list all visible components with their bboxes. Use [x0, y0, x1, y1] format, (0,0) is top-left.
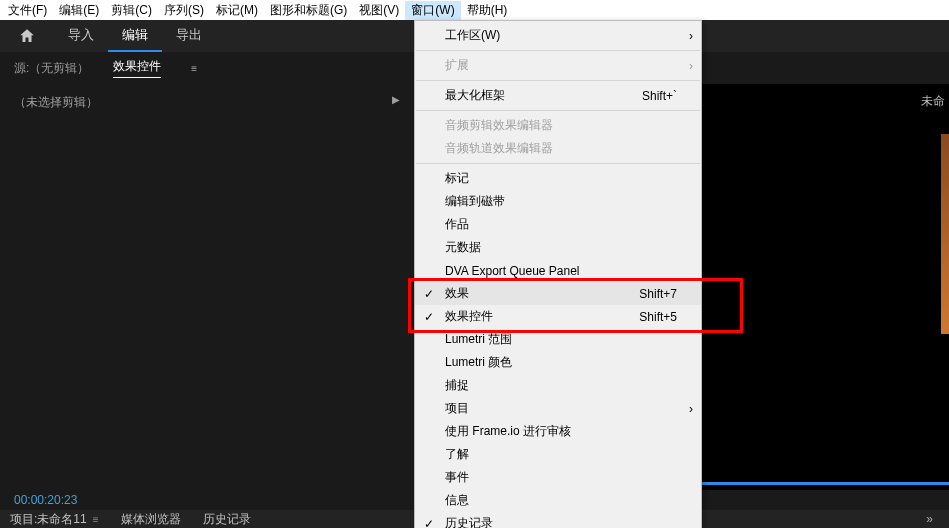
no-clip-label: （未选择剪辑） [14, 95, 98, 109]
tab-import[interactable]: 导入 [54, 20, 108, 52]
menu-view[interactable]: 视图(V) [353, 1, 405, 20]
menu-item-maxframe[interactable]: 最大化框架Shift+` [415, 84, 701, 107]
menu-edit[interactable]: 编辑(E) [53, 1, 105, 20]
menu-item-effectcontrols[interactable]: ✓ 效果控件Shift+5 [415, 305, 701, 328]
menu-help[interactable]: 帮助(H) [461, 1, 514, 20]
bottom-tab-browser[interactable]: 媒体浏览器 [121, 511, 181, 528]
menu-file[interactable]: 文件(F) [2, 1, 53, 20]
menu-item-history[interactable]: ✓ 历史记录 [415, 512, 701, 528]
menu-item-lumetricolor[interactable]: Lumetri 颜色 [415, 351, 701, 374]
menu-item-edittotape[interactable]: 编辑到磁带 [415, 190, 701, 213]
panel-tab-source[interactable]: 源:（无剪辑） [14, 60, 89, 77]
menu-item-lumetriscope[interactable]: Lumetri 范围 [415, 328, 701, 351]
preview-strip [941, 134, 949, 334]
panel-tab-effectcontrols[interactable]: 效果控件 [113, 58, 161, 78]
menu-item-events[interactable]: 事件 [415, 466, 701, 489]
window-menu-dropdown: 工作区(W)› 扩展› 最大化框架Shift+` 音频剪辑效果编辑器 音频轨道效… [414, 20, 702, 528]
home-icon[interactable] [10, 20, 44, 52]
shortcut-label: Shift+7 [639, 287, 693, 301]
menu-item-info[interactable]: 信息 [415, 489, 701, 512]
menu-item-metadata[interactable]: 元数据 [415, 236, 701, 259]
menu-item-project[interactable]: 项目› [415, 397, 701, 420]
menu-item-marker[interactable]: 标记 [415, 167, 701, 190]
timecode[interactable]: 00:00:20:23 [14, 493, 77, 507]
menu-item-audiotrackfx: 音频轨道效果编辑器 [415, 137, 701, 160]
panel-menu-icon[interactable]: ≡ [191, 63, 197, 74]
chevron-right-icon: › [689, 29, 693, 43]
menu-separator [416, 110, 700, 111]
check-icon: ✓ [424, 517, 434, 529]
menu-sequence[interactable]: 序列(S) [158, 1, 210, 20]
menu-item-work[interactable]: 作品 [415, 213, 701, 236]
menu-separator [416, 50, 700, 51]
chevron-right-icon: › [689, 59, 693, 73]
hamburger-icon[interactable]: ≡ [93, 514, 99, 525]
menu-item-effects[interactable]: ✓ 效果Shift+7 [415, 282, 701, 305]
menu-item-workspace[interactable]: 工作区(W)› [415, 24, 701, 47]
chevron-right-icon: › [689, 402, 693, 416]
more-icon[interactable]: » [926, 512, 933, 526]
effect-controls-panel: （未选择剪辑） ▶ [0, 84, 414, 490]
workspace-tabs: 导入 编辑 导出 [54, 20, 216, 52]
menu-item-audioclipfx: 音频剪辑效果编辑器 [415, 114, 701, 137]
tab-edit[interactable]: 编辑 [108, 20, 162, 52]
collapse-icon[interactable]: ▶ [392, 94, 400, 105]
program-title: 未命 [921, 93, 945, 110]
menubar: 文件(F) 编辑(E) 剪辑(C) 序列(S) 标记(M) 图形和标题(G) 视… [0, 0, 949, 20]
check-icon: ✓ [424, 287, 434, 301]
menu-clip[interactable]: 剪辑(C) [105, 1, 158, 20]
menu-item-extend: 扩展› [415, 54, 701, 77]
menu-separator [416, 80, 700, 81]
bottom-tab-history[interactable]: 历史记录 [203, 511, 251, 528]
menu-marker[interactable]: 标记(M) [210, 1, 264, 20]
menu-window[interactable]: 窗口(W) [405, 1, 460, 20]
check-icon: ✓ [424, 310, 434, 324]
tab-export[interactable]: 导出 [162, 20, 216, 52]
menu-graphics[interactable]: 图形和标题(G) [264, 1, 353, 20]
menu-item-capture[interactable]: 捕捉 [415, 374, 701, 397]
shortcut-label: Shift+5 [639, 310, 693, 324]
shortcut-label: Shift+` [642, 89, 693, 103]
menu-item-learn[interactable]: 了解 [415, 443, 701, 466]
bottom-tab-project[interactable]: 项目:未命名11≡ [10, 511, 99, 528]
menu-item-dva[interactable]: DVA Export Queue Panel [415, 259, 701, 282]
menu-item-frameio[interactable]: 使用 Frame.io 进行审核 [415, 420, 701, 443]
menu-separator [416, 163, 700, 164]
